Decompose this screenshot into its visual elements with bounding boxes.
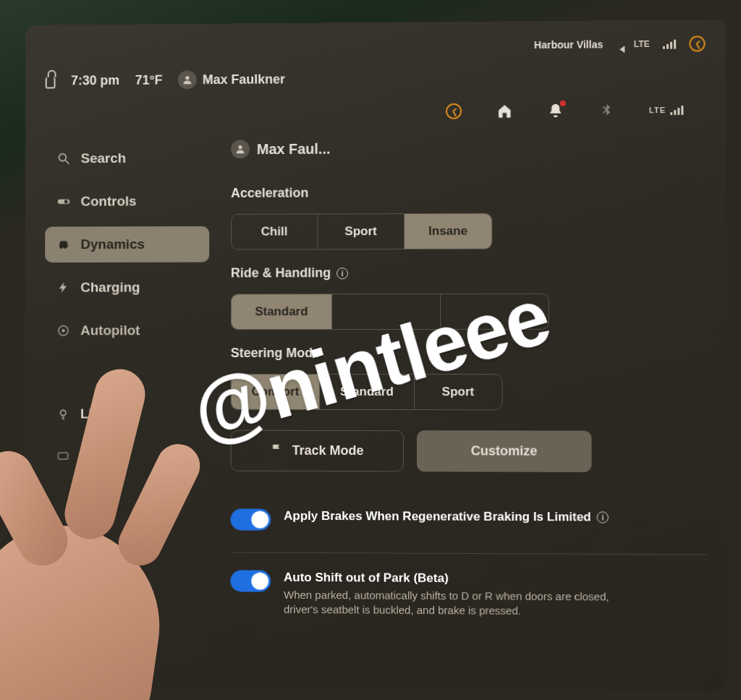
bluetooth-icon[interactable] <box>598 102 615 119</box>
svg-point-10 <box>238 145 242 149</box>
user-name: Max Faulkner <box>203 72 285 88</box>
auto-shift-toggle[interactable] <box>230 570 271 592</box>
track-mode-button[interactable]: Track Mode <box>231 430 404 472</box>
svg-rect-9 <box>59 643 67 652</box>
info-icon[interactable]: i <box>597 511 609 523</box>
sidebar-item-label: Software <box>80 639 137 656</box>
sidebar-search[interactable]: Search <box>45 140 209 177</box>
acceleration-label: Acceleration <box>231 184 706 201</box>
svg-point-0 <box>185 76 189 80</box>
clock-time: 7:30 pm <box>71 73 119 88</box>
network-label: LTE <box>649 106 666 114</box>
track-mode-label: Track Mode <box>292 443 364 458</box>
steering-option-standard[interactable]: Standard <box>320 375 415 409</box>
steering-option-comfort[interactable]: Comfort <box>232 375 321 409</box>
signal-bars-top-icon <box>663 39 676 49</box>
panel-user-name: Max Faul... <box>257 140 331 157</box>
customize-label: Customize <box>471 443 538 458</box>
lightbulb-icon <box>56 406 70 421</box>
apply-brakes-toggle[interactable] <box>231 508 271 530</box>
bolt-icon <box>56 281 71 295</box>
temperature: 71°F <box>135 72 163 88</box>
svg-point-4 <box>64 200 68 203</box>
panel-user-row[interactable]: Max Faul... <box>231 137 706 158</box>
clock-alert-top-icon <box>689 35 705 51</box>
sidebar-item-label: Controls <box>81 194 137 210</box>
acceleration-option-chill[interactable]: Chill <box>232 214 318 249</box>
customize-button[interactable]: Customize <box>417 430 592 472</box>
ride-handling-option-hidden-2[interactable]: . <box>441 294 549 329</box>
sidebar-item-display[interactable]: Display <box>45 439 209 475</box>
sidebar-item-dynamics[interactable]: Dynamics <box>45 226 209 262</box>
network-label-top: LTE <box>634 39 650 49</box>
steering-option-sport[interactable]: Sport <box>415 375 501 409</box>
ride-handling-option-standard[interactable]: Standard <box>232 294 332 329</box>
svg-rect-3 <box>58 199 69 204</box>
car-icon <box>56 237 71 252</box>
sidebar-item-label: Autopilot <box>80 323 140 338</box>
ride-handling-segmented[interactable]: Standard . . <box>231 294 549 330</box>
acceleration-option-insane[interactable]: Insane <box>405 214 491 249</box>
sidebar-item-label: Dynamics <box>80 236 145 252</box>
sidebar-item-lights[interactable]: Lights <box>45 396 209 432</box>
active-user[interactable]: Max Faulkner <box>178 70 285 90</box>
sidebar-item-charging[interactable]: Charging <box>45 270 209 306</box>
sidebar: Search Controls Dynamics Charging <box>44 140 210 674</box>
lock-icon[interactable] <box>46 77 56 89</box>
display-icon <box>56 450 70 464</box>
steering-label: Steering Mode <box>231 346 706 361</box>
sidebar-item-label: Display <box>80 449 129 465</box>
toggle-icon <box>56 195 71 209</box>
sidebar-item-software[interactable]: Software <box>44 629 209 666</box>
sidebar-item-label: Lights <box>80 406 121 422</box>
home-icon[interactable] <box>496 102 513 119</box>
bell-icon[interactable] <box>547 102 564 119</box>
svg-point-7 <box>61 410 66 415</box>
sidebar-item-autopilot[interactable]: Autopilot <box>45 312 209 349</box>
software-icon <box>56 640 70 654</box>
secondary-status-icons: LTE <box>46 97 706 127</box>
apply-brakes-label: Apply Brakes When Regenerative Braking I… <box>284 509 591 525</box>
location-label: Harbour Villas <box>534 38 603 51</box>
user-avatar-icon <box>178 70 197 89</box>
acceleration-option-sport[interactable]: Sport <box>318 214 405 249</box>
svg-rect-8 <box>59 453 68 459</box>
ride-handling-label: Ride & Handling i <box>231 265 706 281</box>
search-icon <box>56 151 71 166</box>
svg-point-1 <box>59 154 67 161</box>
apply-brakes-row: Apply Brakes When Regenerative Braking I… <box>231 501 706 532</box>
user-avatar-icon <box>231 140 250 158</box>
acceleration-segmented[interactable]: Chill Sport Insane <box>231 213 492 250</box>
info-icon[interactable]: i <box>336 268 348 279</box>
auto-shift-label: Auto Shift out of Park (Beta) <box>284 571 449 586</box>
auto-shift-row: Auto Shift out of Park (Beta) When parke… <box>230 552 706 620</box>
network-indicator: LTE <box>649 105 684 115</box>
svg-line-2 <box>66 161 69 164</box>
signal-bars-icon <box>670 105 683 115</box>
steering-icon <box>56 323 71 338</box>
sidebar-search-label: Search <box>81 150 126 166</box>
flag-icon <box>271 443 284 459</box>
steering-segmented[interactable]: Comfort Standard Sport <box>231 374 503 410</box>
primary-status-bar: 7:30 pm 71°F Max Faulkner <box>46 61 706 95</box>
auto-shift-description: When parked, automatically shifts to D o… <box>284 588 618 619</box>
sidebar-item-controls[interactable]: Controls <box>45 183 209 219</box>
top-status-bar: Harbour Villas LTE <box>46 33 706 59</box>
ride-handling-option-hidden-1[interactable]: . <box>332 294 441 329</box>
dynamics-panel: Max Faul... Acceleration Chill Sport Ins… <box>230 137 706 677</box>
svg-point-6 <box>62 330 64 332</box>
clock-alert-icon[interactable] <box>445 103 462 120</box>
sidebar-item-label: Charging <box>80 280 140 296</box>
